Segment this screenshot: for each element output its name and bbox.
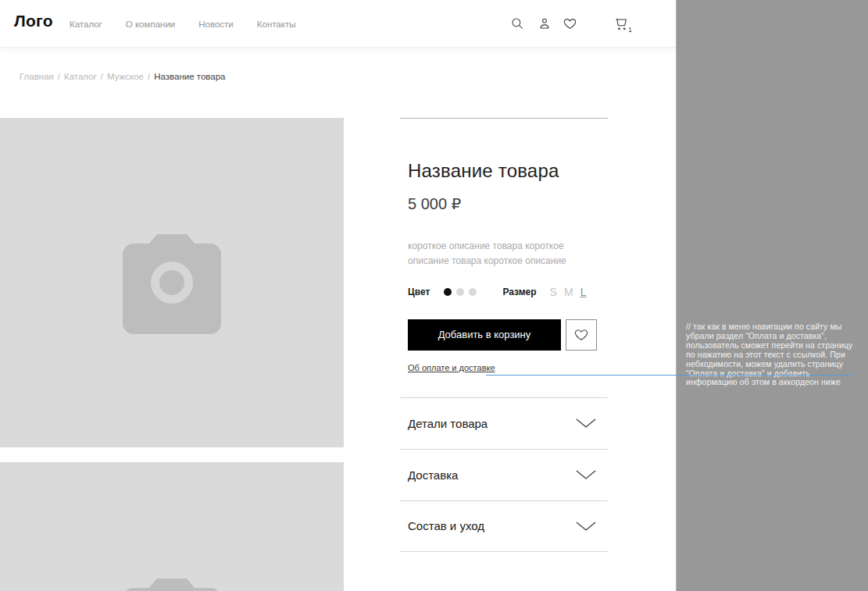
annotation-text: // так как в меню навигации по сайту мы … [686, 322, 858, 387]
header-icons: 1 [480, 0, 676, 48]
breadcrumb-catalog[interactable]: Каталог [64, 72, 97, 81]
nav-item-about[interactable]: О компании [126, 20, 175, 29]
product-description: короткое описание товара короткое описан… [408, 239, 575, 269]
main-nav: Каталог О компании Новости Контакты [70, 0, 295, 48]
accordion-label: Доставка [408, 468, 458, 482]
nav-item-catalog[interactable]: Каталог [70, 20, 102, 29]
color-swatch[interactable] [469, 288, 477, 296]
product-image-placeholder[interactable] [0, 118, 344, 447]
accordion-label: Состав и уход [408, 519, 484, 532]
product-title: Название товара [408, 160, 608, 182]
breadcrumb-separator: / [148, 72, 150, 81]
color-swatch[interactable] [456, 288, 464, 296]
product-actions: Добавить в корзину [408, 319, 608, 351]
add-to-wishlist-button[interactable] [566, 319, 597, 351]
size-options: S M L [550, 286, 587, 298]
accordion-product-details[interactable]: Детали товара [400, 397, 608, 449]
wishlist-icon[interactable] [561, 15, 578, 32]
accordion-label: Детали товара [408, 417, 488, 430]
camera-icon [123, 234, 221, 334]
size-option-m[interactable]: M [564, 286, 573, 298]
annotation-connector-line [486, 375, 852, 376]
accordion-delivery[interactable]: Доставка [400, 449, 608, 500]
color-swatch-selected[interactable] [444, 288, 452, 296]
product-info: Название товара 5 000 ₽ короткое описани… [400, 118, 608, 552]
product-price: 5 000 ₽ [408, 194, 608, 213]
heart-icon [573, 327, 589, 342]
size-option-s[interactable]: S [550, 286, 557, 298]
header: Лого Каталог О компании Новости Контакты… [0, 0, 676, 48]
nav-item-contacts[interactable]: Контакты [257, 20, 296, 29]
accordion-list: Детали товара Доставка Состав и уход [400, 397, 608, 552]
annotation-panel: // так как в меню навигации по сайту мы … [676, 0, 868, 591]
product-image-placeholder[interactable] [0, 462, 344, 591]
size-label: Размер [502, 287, 536, 297]
breadcrumb-separator: / [58, 72, 60, 81]
size-option-l[interactable]: L [580, 286, 587, 298]
logo[interactable]: Лого [14, 12, 53, 30]
breadcrumb-separator: / [101, 72, 103, 81]
camera-icon [123, 579, 221, 591]
search-icon[interactable] [509, 15, 526, 32]
chevron-down-icon [575, 521, 597, 532]
payment-delivery-link[interactable]: Об оплате и доставке [408, 363, 495, 372]
color-label: Цвет [408, 287, 430, 297]
chevron-down-icon [575, 469, 597, 480]
breadcrumb-mens[interactable]: Мужское [107, 72, 144, 81]
breadcrumb-current: Название товара [154, 72, 225, 81]
color-swatches [444, 288, 477, 296]
add-to-cart-button[interactable]: Добавить в корзину [408, 319, 561, 351]
product-options: Цвет Размер S M L [408, 286, 608, 298]
cart-count-badge: 1 [628, 26, 632, 34]
accordion-care[interactable]: Состав и уход [400, 500, 608, 552]
account-icon[interactable] [536, 15, 553, 32]
nav-item-news[interactable]: Новости [198, 20, 234, 29]
cart-icon[interactable] [612, 15, 629, 32]
breadcrumb-home[interactable]: Главная [20, 72, 54, 81]
chevron-down-icon [575, 418, 597, 429]
breadcrumb: Главная/Каталог/Мужское/Название товара [20, 72, 225, 81]
